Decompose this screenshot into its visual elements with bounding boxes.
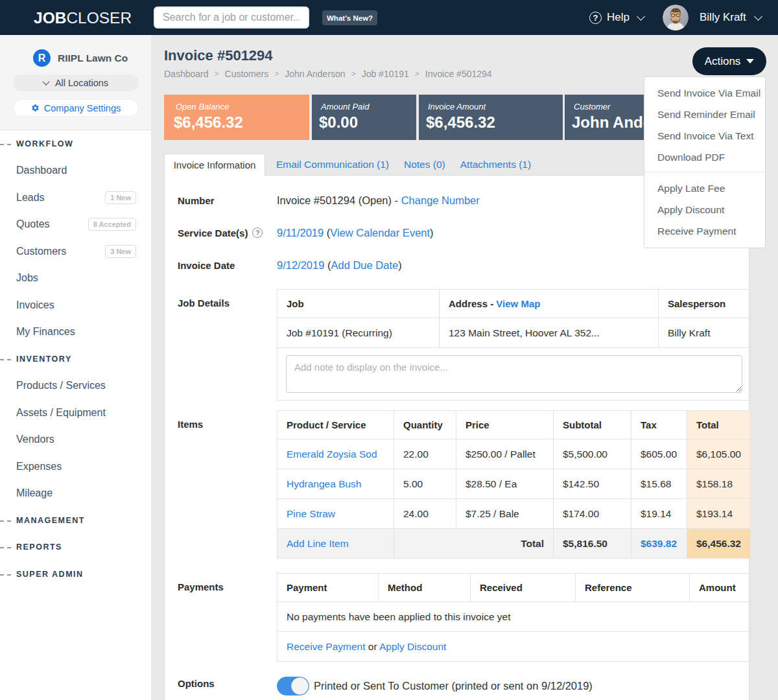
- nav-section-reports[interactable]: REPORTS: [0, 542, 62, 552]
- product-link[interactable]: Emerald Zoysia Sod: [287, 449, 377, 460]
- avatar[interactable]: [663, 5, 689, 30]
- add-due-date-link[interactable]: Add Due Date: [331, 259, 399, 271]
- address-cell: 123 Main Street, Hoover AL 352...: [440, 318, 659, 348]
- product-cell: Emerald Zoysia Sod: [277, 439, 394, 469]
- caret-down-icon: [746, 59, 754, 64]
- job-details-row: Job #10191 (Recurring) 123 Main Street, …: [277, 318, 751, 348]
- sidebar-item-my-finances[interactable]: My Finances: [0, 326, 151, 338]
- sidebar-item-customers[interactable]: Customers3 New: [0, 245, 151, 258]
- help-menu[interactable]: ? Help: [589, 0, 644, 35]
- sidebar-item-mileage[interactable]: Mileage: [0, 487, 151, 499]
- footer-tax-link[interactable]: $639.82: [641, 538, 677, 549]
- breadcrumb-job[interactable]: Job #10191: [362, 69, 409, 79]
- product-link[interactable]: Hydrangea Bush: [287, 478, 361, 489]
- tab-notes[interactable]: Notes (0): [404, 159, 445, 170]
- nav-row: Assets / Equipment: [0, 399, 151, 426]
- whats-new-button[interactable]: What’s New?: [322, 10, 377, 25]
- all-locations-dropdown[interactable]: All Locations: [13, 75, 139, 91]
- menu-item-download-pdf[interactable]: Download PDF: [644, 146, 765, 168]
- product-link[interactable]: Pine Straw: [287, 508, 335, 519]
- field-value: Invoice #501294 (Open) - Change Number: [277, 194, 480, 207]
- options-row: Printed or Sent To Customer (printed or …: [277, 677, 749, 695]
- sidebar-item-invoices[interactable]: Invoices: [0, 299, 151, 311]
- qty-cell: 22.00: [394, 439, 456, 469]
- breadcrumb-customer-name[interactable]: John Anderson: [285, 69, 345, 79]
- actions-button[interactable]: Actions: [692, 47, 766, 75]
- breadcrumb-separator: >: [274, 69, 279, 78]
- company-settings-label: Company Settings: [44, 103, 121, 113]
- field-label-text: Service Date(s): [178, 228, 248, 239]
- nav-row: INVENTORY: [0, 345, 151, 373]
- section-dash-icon: [0, 574, 11, 576]
- nav-item-label: Products / Services: [16, 380, 106, 391]
- nav-section-super-admin[interactable]: SUPER ADMIN: [0, 570, 84, 579]
- sidebar-item-leads[interactable]: Leads1 New: [0, 191, 151, 204]
- invoice-note-textarea[interactable]: [286, 355, 742, 393]
- actions-dropdown: Send Invoice Via Email Send Reminder Ema…: [644, 76, 766, 248]
- nav-item-label: Invoices: [16, 299, 54, 311]
- col-address: Address - View Map: [440, 290, 659, 318]
- breadcrumb-invoice[interactable]: Invoice #501294: [425, 69, 492, 79]
- section-label: Options: [165, 677, 277, 695]
- menu-item-receive-payment[interactable]: Receive Payment: [644, 220, 765, 242]
- sidebar-item-dashboard[interactable]: Dashboard: [0, 165, 151, 176]
- company-initial: R: [38, 52, 46, 64]
- nav-section-management[interactable]: MANAGEMENT: [0, 516, 85, 525]
- sidebar-item-assets-equipment[interactable]: Assets / Equipment: [0, 407, 151, 419]
- app-logo: JOBCLOSER: [34, 9, 132, 27]
- menu-item-send-invoice-text[interactable]: Send Invoice Via Text: [644, 125, 765, 146]
- service-date-link[interactable]: 9/11/2019: [277, 227, 324, 239]
- breadcrumb-customers[interactable]: Customers: [225, 69, 269, 79]
- nav-row: SUPER ADMIN: [0, 561, 151, 588]
- stat-label: Invoice Amount: [428, 102, 563, 111]
- nav-row: REPORTS: [0, 534, 151, 561]
- or-text: or: [365, 641, 379, 652]
- view-calendar-event-link[interactable]: View Calendar Event: [330, 227, 430, 239]
- sidebar-item-quotes[interactable]: Quotes8 Accepted: [0, 218, 151, 231]
- qty-cell: 5.00: [394, 469, 456, 499]
- items-table: Product / Service Quantity Price Subtota…: [277, 410, 751, 559]
- sidebar-item-products-services[interactable]: Products / Services: [0, 380, 151, 391]
- section-body: Job Address - View Map Salesperson Job #…: [277, 289, 750, 401]
- sidebar-item-jobs[interactable]: Jobs: [0, 272, 151, 284]
- price-cell: $250.00 / Pallet: [456, 439, 554, 469]
- menu-item-send-reminder-email[interactable]: Send Reminder Email: [644, 104, 765, 125]
- tab-email-communication[interactable]: Email Communication (1): [276, 159, 389, 170]
- receive-payment-link[interactable]: Receive Payment: [287, 641, 365, 652]
- user-menu[interactable]: Billy Kraft: [700, 0, 761, 35]
- product-cell: Hydrangea Bush: [277, 469, 394, 499]
- sidebar-item-vendors[interactable]: Vendors: [0, 434, 151, 445]
- nav-item-label: Leads: [16, 192, 45, 204]
- nav-item-label: Expenses: [16, 461, 62, 472]
- tab-label: Invoice Information: [174, 159, 256, 170]
- printed-sent-toggle[interactable]: [277, 677, 309, 695]
- invoice-date-link[interactable]: 9/12/2019: [277, 259, 324, 271]
- sidebar-item-expenses[interactable]: Expenses: [0, 461, 151, 472]
- col-amount: Amount: [690, 574, 751, 602]
- breadcrumb-dashboard[interactable]: Dashboard: [164, 69, 209, 79]
- apply-discount-link[interactable]: Apply Discount: [379, 641, 446, 652]
- tab-attachments[interactable]: Attachments (1): [460, 159, 531, 170]
- menu-item-apply-discount[interactable]: Apply Discount: [644, 199, 765, 220]
- footer-total-cell: $6,456.32: [687, 529, 751, 559]
- nav-row: WORKFLOW: [0, 130, 151, 158]
- col-quantity: Quantity: [394, 411, 456, 439]
- field-value: 9/12/2019 (Add Due Date): [277, 259, 402, 272]
- tab-invoice-information[interactable]: Invoice Information: [164, 154, 265, 176]
- paren: (: [324, 259, 331, 271]
- change-number-link[interactable]: Change Number: [401, 194, 480, 206]
- search-input[interactable]: [154, 6, 309, 29]
- menu-item-apply-late-fee[interactable]: Apply Late Fee: [644, 178, 765, 199]
- nav-item-label: Dashboard: [16, 165, 67, 176]
- section-label: Items: [165, 410, 277, 559]
- nav-item-label: Quotes: [16, 218, 50, 230]
- menu-item-send-invoice-email[interactable]: Send Invoice Via Email: [644, 82, 765, 104]
- paren: ): [398, 259, 402, 271]
- company-settings-button[interactable]: Company Settings: [13, 99, 139, 117]
- sidebar: R RIIPL Lawn Co All Locations Company Se…: [0, 35, 151, 700]
- view-map-link[interactable]: View Map: [496, 298, 540, 309]
- tax-cell: $605.00: [631, 439, 687, 469]
- qty-cell: 24.00: [394, 499, 456, 529]
- add-line-item-link[interactable]: Add Line Item: [287, 538, 349, 549]
- stat-label: Open Balance: [176, 102, 309, 111]
